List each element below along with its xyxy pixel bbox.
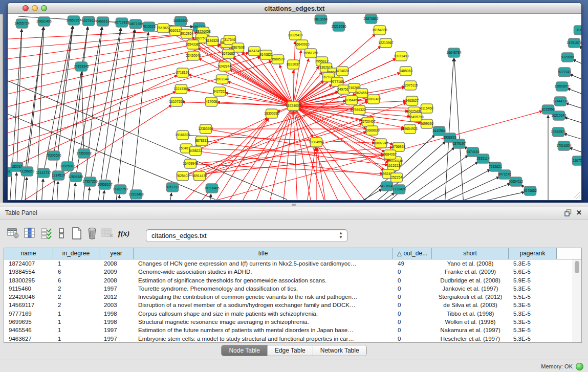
table-cell-out_de[interactable]: 49 (393, 259, 432, 268)
table-cell-year[interactable]: 1997 (99, 285, 134, 293)
table-cell-year[interactable]: 2008 (99, 276, 134, 285)
graph-node[interactable]: 10654112 (509, 177, 524, 186)
graph-node[interactable]: 6794028 (336, 67, 349, 76)
graph-node[interactable]: 20206526 (46, 151, 61, 160)
graph-node[interactable]: 12093872 (554, 82, 570, 91)
table-cell-out_de[interactable]: 0 (393, 335, 432, 343)
row-height-icon[interactable] (54, 226, 69, 240)
table-cell-name[interactable]: 14569117 (4, 301, 53, 309)
graph-node[interactable]: 20364456 (344, 96, 359, 105)
graph-node[interactable]: 19166829 (175, 130, 190, 140)
graph-node[interactable]: 14055724 (14, 19, 30, 28)
graph-node[interactable]: 10975887 (60, 162, 75, 171)
table-cell-pagerank[interactable]: 5.6E-5 (509, 268, 557, 276)
graph-node[interactable]: 10688639 (364, 126, 380, 135)
graph-node[interactable]: 16053809 (173, 16, 188, 26)
table-row[interactable]: 969969511998Structural magnetic resonanc… (4, 318, 581, 326)
table-cell-in_degree[interactable]: 6 (53, 276, 99, 285)
column-header-short[interactable]: short (432, 248, 509, 259)
graph-node[interactable]: 12142737 (36, 168, 51, 178)
table-cell-out_de[interactable]: 0 (393, 276, 432, 285)
graph-node[interactable]: 1112 (574, 26, 582, 35)
table-cell-pagerank[interactable]: 5.3E-5 (509, 335, 557, 343)
graph-node[interactable]: 8186328 (206, 36, 219, 46)
graph-node[interactable]: 2935114 (476, 154, 490, 163)
graph-node[interactable]: 8813054 (314, 15, 328, 24)
table-row[interactable]: 946554611997Estimation of the future num… (4, 326, 581, 334)
graph-node[interactable]: 19384554 (309, 138, 324, 147)
table-cell-out_de[interactable]: 0 (393, 293, 432, 301)
graph-node[interactable]: 9857791 (166, 183, 179, 192)
graph-node[interactable]: 2718126 (176, 68, 189, 77)
graph-node[interactable]: 16961758 (303, 49, 318, 58)
table-cell-pagerank[interactable]: 5.3E-5 (509, 285, 557, 293)
select-columns-icon[interactable] (23, 226, 37, 240)
float-panel-icon[interactable] (564, 209, 572, 216)
graph-node[interactable]: 7485063 (399, 67, 412, 76)
graph-node[interactable]: 7615526 (142, 22, 156, 31)
table-row[interactable]: 2242004622012Investigating the contribut… (4, 293, 581, 301)
graph-node[interactable]: 8322037 (287, 60, 300, 69)
table-cell-title[interactable]: Estimation of the future numbers of pati… (134, 326, 393, 334)
table-cell-short[interactable]: Nakamura et al. (1997) (432, 326, 509, 334)
node-table[interactable]: namein_degreeyeartitle△ out_de...shortpa… (4, 248, 582, 343)
table-cell-name[interactable]: 9699695 (4, 318, 53, 326)
table-cell-name[interactable]: 9465546 (4, 326, 53, 334)
table-cell-in_degree[interactable]: 1 (53, 318, 99, 326)
graph-node[interactable]: 9242844 (218, 62, 231, 71)
table-cell-in_degree[interactable]: 1 (53, 326, 99, 334)
table-cell-title[interactable]: Structural magnetic resonance image aver… (134, 318, 393, 326)
citation-network-graph[interactable]: 1872400714055724206914061065325715276026… (8, 14, 581, 200)
network-window[interactable]: citations_edges.txt 18724007140557242069… (7, 3, 582, 201)
table-cell-year[interactable]: 1997 (99, 335, 134, 343)
column-header-out_de[interactable]: △ out_de... (393, 248, 432, 259)
graph-node[interactable]: 10973493 (394, 52, 409, 61)
graph-node[interactable]: 10958107 (97, 180, 113, 189)
graph-node[interactable]: 19654923 (402, 124, 418, 134)
network-canvas[interactable]: 1872400714055724206914061065325715276026… (8, 14, 581, 200)
graph-node[interactable]: 9227341 (558, 68, 571, 77)
table-cell-short[interactable]: Yano et al. (2008) (432, 259, 509, 268)
graph-node[interactable]: 10719185 (114, 18, 129, 27)
splitter-handle[interactable] (292, 204, 296, 206)
graph-node[interactable]: 16914479 (192, 171, 207, 181)
table-cell-pagerank[interactable]: 5.3E-5 (509, 326, 557, 334)
table-cell-out_de[interactable]: 0 (393, 268, 432, 276)
graph-node[interactable]: 6379197 (452, 139, 466, 148)
graph-node[interactable]: 19218586 (331, 22, 346, 31)
table-cell-name[interactable]: 9115460 (4, 285, 53, 293)
graph-node[interactable]: 10807487 (366, 95, 381, 104)
graph-node[interactable]: 9115460 (420, 104, 433, 113)
graph-node[interactable]: 17016504 (556, 141, 572, 150)
graph-node[interactable]: 16409948 (183, 159, 198, 168)
graph-node[interactable]: 20691406 (36, 17, 52, 26)
table-cell-out_de[interactable]: 0 (393, 318, 432, 326)
network-window-titlebar[interactable]: citations_edges.txt (8, 3, 581, 14)
graph-node[interactable]: 7663822 (157, 24, 170, 33)
table-cell-pagerank[interactable]: 5.3E-5 (509, 301, 557, 309)
graph-node[interactable]: 6466161 (96, 17, 110, 26)
graph-node[interactable]: 16640910 (294, 40, 310, 49)
table-cell-year[interactable]: 2009 (99, 268, 134, 276)
table-cell-pagerank[interactable]: 5.3E-5 (509, 318, 557, 326)
graph-node[interactable]: 8471676 (498, 170, 511, 179)
table-cell-out_de[interactable]: 0 (393, 301, 432, 309)
table-cell-title[interactable]: Tourette syndrome. Phenomenology and cla… (134, 285, 393, 293)
graph-node[interactable]: 7986322 (353, 105, 366, 115)
graph-node[interactable]: 8427552 (213, 87, 226, 96)
table-body[interactable]: 1872400712008Changes of HCN gene express… (4, 259, 581, 343)
graph-node[interactable]: 9684067 (383, 150, 397, 159)
table-cell-name[interactable]: 9777169 (4, 310, 53, 318)
table-cell-name[interactable]: 9463627 (4, 335, 53, 343)
column-header-name[interactable]: name (4, 248, 53, 259)
graph-node[interactable]: 12353594 (198, 124, 213, 134)
table-source-select[interactable]: citations_edges.txt ▲▼ (146, 229, 347, 242)
table-settings-icon[interactable] (6, 226, 20, 240)
graph-node[interactable]: 16210643 (551, 111, 567, 120)
graph-node[interactable]: 8878332 (195, 136, 208, 145)
close-panel-icon[interactable]: ✕ (576, 209, 582, 216)
graph-node[interactable]: 9699695 (420, 119, 433, 128)
graph-node[interactable]: 12213363 (173, 84, 189, 94)
table-cell-short[interactable]: Jankovic et al. (1997) (432, 285, 509, 293)
table-row[interactable]: 911546021997Tourette syndrome. Phenomeno… (4, 285, 581, 293)
